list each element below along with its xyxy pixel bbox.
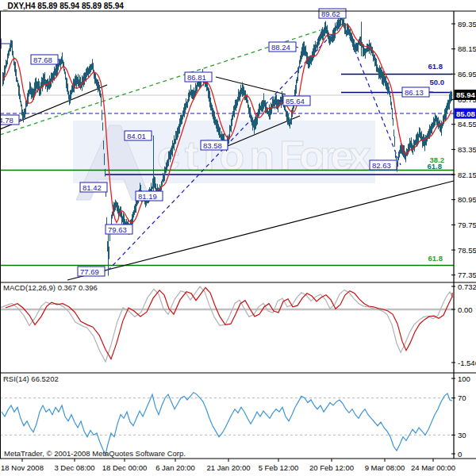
- price-axis-label: 77.35: [458, 271, 476, 279]
- metatrader-chart-window: ctionForex4687.6884.7889.6288.2486.8186.…: [0, 0, 476, 476]
- price-axis-label: 83.35: [458, 145, 476, 154]
- price-label-text: 81.19: [138, 192, 157, 201]
- macd-axis-label: -1.546: [458, 359, 476, 367]
- chart-title: _DXY,H4 85.89 85.94 85.89 85.94: [2, 2, 124, 10]
- time-axis-label: 24 Mar 00:00: [411, 463, 455, 472]
- price-axis-label: 89.35: [458, 20, 476, 29]
- rsi-axis-label: 0: [458, 450, 462, 459]
- watermark-a-bar: [103, 163, 130, 173]
- price-label-text: 86.13: [405, 88, 424, 97]
- price-label-text: 87.68: [33, 56, 52, 64]
- price-axis-label: 86.95: [458, 70, 476, 79]
- price-label-text: 88.24: [271, 43, 290, 52]
- rsi-axis-label: 100: [458, 374, 470, 383]
- fib-level-label: 50.0: [430, 78, 445, 86]
- price-label-text: 86.81: [187, 73, 206, 82]
- price-label-text: 81.42: [83, 183, 102, 192]
- price-axis-label: 78.55: [458, 246, 476, 255]
- price-label-text: 77.69: [80, 267, 99, 276]
- price-tag-text: 85.08: [456, 109, 475, 118]
- time-axis-label: 9 Mar 08:00: [365, 463, 405, 472]
- chart-canvas[interactable]: ctionForex4687.6884.7889.6288.2486.8186.…: [0, 0, 476, 476]
- price-axis-label: 79.75: [458, 221, 476, 229]
- price-label-text: 79.63: [108, 225, 127, 234]
- rsi-axis-label: 70: [458, 393, 466, 402]
- watermark-text: Forex: [279, 132, 371, 178]
- time-axis-label: 20 Feb 12:00: [309, 463, 354, 472]
- price-label-text: 85.64: [286, 97, 305, 106]
- time-axis-label: 6 Jan 20:00: [155, 463, 195, 472]
- price-label-text: 89.62: [321, 10, 340, 18]
- price-label-text: 83.58: [203, 141, 222, 150]
- rsi-panel-label: RSI(14) 66.5202: [3, 374, 59, 383]
- background: [0, 0, 476, 476]
- price-label-text: 82.63: [372, 161, 391, 170]
- time-axis-label: 3 Dec 08:00: [54, 463, 94, 472]
- macd-axis-label: 0.732: [458, 282, 476, 291]
- rsi-axis-label: 30: [458, 431, 466, 440]
- price-tag-text: 85.94: [456, 90, 475, 99]
- price-axis-label: 84.55: [458, 120, 476, 129]
- time-axis-label: 18 Nov 2008: [1, 463, 44, 472]
- time-axis-label: 5 Feb 12:00: [259, 463, 299, 472]
- time-axis-label: 21 Jan 20:00: [207, 463, 251, 472]
- copyright-text: MetaTrader, © 2001-2008 MetaQuotes Softw…: [4, 449, 186, 458]
- price-axis-label: 88.15: [458, 44, 476, 53]
- fib-level-label: 61.8: [428, 62, 443, 71]
- fib-level-label: 61.8: [428, 254, 443, 263]
- price-label-text: 84.78: [0, 116, 13, 125]
- macd-axis-label: 0.00: [458, 305, 473, 314]
- price-axis-label: 80.95: [458, 195, 476, 204]
- fib-level-label: 61.8: [428, 162, 443, 171]
- macd-panel-label: MACD(12,26,9) 0.367 0.396: [3, 283, 98, 292]
- price-axis-label: 82.15: [458, 171, 476, 179]
- time-axis-label: 18 Dec 00:00: [102, 463, 148, 472]
- price-label-text: 84.01: [127, 132, 146, 140]
